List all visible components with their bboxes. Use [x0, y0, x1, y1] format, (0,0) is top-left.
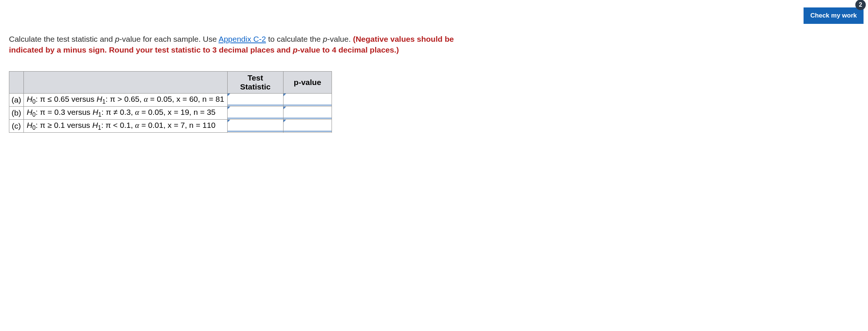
- check-my-work-button[interactable]: Check my work: [804, 7, 864, 24]
- attempt-badge: 2: [855, 0, 866, 10]
- header-p-value: p-value: [283, 71, 332, 93]
- row-desc-a: H0: π ≤ 0.65 versus H1: π > 0.65, α = 0.…: [23, 93, 227, 106]
- stat-input-b[interactable]: [228, 107, 283, 119]
- badge-number: 2: [859, 1, 862, 8]
- check-work-label: Check my work: [810, 12, 857, 19]
- header-blank-1: [9, 71, 24, 93]
- stat-input-c[interactable]: [228, 120, 283, 132]
- pval-input-c[interactable]: [283, 120, 332, 132]
- stat-input-a[interactable]: [228, 94, 283, 105]
- row-label-b: (b): [9, 106, 24, 119]
- row-desc-c: H0: π ≥ 0.1 versus H1: π < 0.1, α = 0.01…: [23, 120, 227, 133]
- question-instructions: Calculate the test statistic and p-value…: [9, 34, 456, 56]
- header-test-statistic: Test Statistic: [227, 71, 283, 93]
- pval-input-a[interactable]: [283, 94, 332, 105]
- row-desc-b: H0: π = 0.3 versus H1: π ≠ 0.3, α = 0.05…: [23, 106, 227, 119]
- row-label-a: (a): [9, 93, 24, 106]
- row-label-c: (c): [9, 120, 24, 133]
- header-blank-2: [23, 71, 227, 93]
- pval-input-b[interactable]: [283, 107, 332, 119]
- table-row: (c) H0: π ≥ 0.1 versus H1: π < 0.1, α = …: [9, 120, 332, 133]
- answer-table: Test Statistic p-value (a) H0: π ≤ 0.65 …: [9, 71, 332, 133]
- appendix-link[interactable]: Appendix C-2: [219, 35, 266, 43]
- table-row: (b) H0: π = 0.3 versus H1: π ≠ 0.3, α = …: [9, 106, 332, 119]
- table-row: (a) H0: π ≤ 0.65 versus H1: π > 0.65, α …: [9, 93, 332, 106]
